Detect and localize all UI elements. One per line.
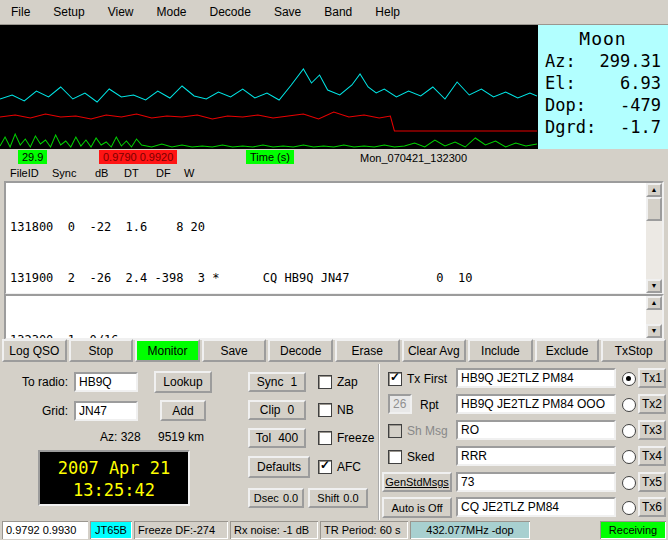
nb-checkbox[interactable]: NB — [318, 403, 354, 417]
shift-control[interactable]: Shift 0.0 — [308, 488, 368, 508]
menu-setup[interactable]: Setup — [50, 3, 87, 21]
tx3-message-input[interactable] — [456, 420, 616, 440]
tx1-radio[interactable] — [622, 372, 636, 386]
checkbox-icon — [318, 375, 332, 389]
grid-input[interactable] — [74, 401, 138, 421]
menu-help[interactable]: Help — [372, 3, 403, 21]
utc-clock: 2007 Apr 21 13:25:42 — [38, 450, 190, 506]
statusbar-spacer — [532, 521, 598, 539]
save-button[interactable]: Save — [202, 339, 267, 362]
tol-control[interactable]: Tol 400 — [248, 428, 306, 448]
freeze-checkbox[interactable]: Freeze — [318, 431, 374, 445]
tx5-button[interactable]: Tx5 — [638, 472, 666, 492]
moon-dgrd-value: -1.7 — [620, 117, 661, 137]
decode-line[interactable]: 131800 0 -22 1.6 8 20 — [10, 219, 642, 236]
control-panel: To radio: Lookup Grid: Add Az: 328 9519 … — [0, 364, 668, 520]
tx-first-label: Tx First — [407, 372, 447, 386]
tx5-message-input[interactable] — [456, 472, 616, 492]
tx4-message-input[interactable] — [456, 446, 616, 466]
add-button[interactable]: Add — [160, 400, 206, 421]
scroll-up-icon[interactable]: ▲ — [646, 296, 662, 310]
checkbox-icon — [388, 450, 402, 464]
tx5-radio[interactable] — [622, 476, 636, 490]
moon-dgrd-row: Dgrd: -1.7 — [538, 115, 668, 137]
defaults-button[interactable]: Defaults — [248, 456, 310, 478]
tx6-radio[interactable] — [622, 501, 636, 515]
exclude-button[interactable]: Exclude — [535, 339, 600, 362]
menu-file[interactable]: File — [8, 3, 33, 21]
average-scrollbar[interactable]: ▲ ▼ — [646, 296, 662, 338]
tx1-message-input[interactable] — [456, 368, 616, 388]
tx-first-checkbox[interactable]: Tx First — [388, 372, 447, 386]
include-button[interactable]: Include — [468, 339, 533, 362]
tx2-radio[interactable] — [622, 398, 636, 412]
sked-label: Sked — [407, 450, 434, 464]
command-button-row: Log QSO Stop Monitor Save Decode Erase C… — [2, 339, 666, 362]
menu-view[interactable]: View — [105, 3, 137, 21]
scroll-up-icon[interactable]: ▲ — [646, 183, 662, 197]
menu-decode[interactable]: Decode — [207, 3, 254, 21]
tx1-button[interactable]: Tx1 — [638, 368, 666, 388]
mode-indicator: JT65B — [90, 521, 132, 539]
moon-dop-value: -479 — [620, 95, 661, 115]
checkbox-icon — [318, 431, 332, 445]
freeze-label: Freeze — [337, 431, 374, 445]
zap-label: Zap — [337, 375, 358, 389]
average-line[interactable]: 132300 1 0/16 — [10, 332, 642, 338]
clock-time: 13:25:42 — [40, 480, 188, 500]
scrollbar-thumb[interactable] — [646, 197, 662, 221]
rx-noise-readout: Rx noise: -1 dB — [230, 521, 318, 539]
tx-message-group: Tx First Tx1 Rpt Tx2 Sh Msg Tx3 Sked — [378, 364, 668, 520]
tr-period-readout: TR Period: 60 s — [320, 521, 408, 539]
menu-save[interactable]: Save — [271, 3, 304, 21]
tx4-radio[interactable] — [622, 450, 636, 464]
tx2-button[interactable]: Tx2 — [638, 394, 666, 414]
average-lines: 132300 1 0/16 132300 2 2/15 CQ HB9Q JN47… — [6, 296, 646, 338]
txstop-button[interactable]: TxStop — [601, 339, 666, 362]
header-sync: Sync — [52, 167, 76, 179]
tx6-button[interactable]: Tx6 — [638, 497, 666, 517]
clip-control[interactable]: Clip 0 — [248, 400, 306, 420]
log-qso-button[interactable]: Log QSO — [2, 339, 67, 362]
moon-dop-row: Dop: -479 — [538, 93, 668, 115]
header-db: dB — [95, 167, 108, 179]
afc-checkbox[interactable]: AFC — [318, 460, 361, 474]
moon-title: Moon — [538, 25, 668, 49]
decode-line[interactable]: 131900 2 -26 2.4 -398 3 * CQ HB9Q JN47 0… — [10, 270, 642, 287]
tx3-button[interactable]: Tx3 — [638, 420, 666, 440]
clear-avg-button[interactable]: Clear Avg — [402, 339, 467, 362]
tx6-message-input[interactable] — [456, 497, 616, 517]
stop-button[interactable]: Stop — [69, 339, 134, 362]
scroll-down-icon[interactable]: ▼ — [646, 279, 662, 293]
tx3-radio[interactable] — [622, 424, 636, 438]
decode-scrollbar[interactable]: ▲ ▼ — [646, 183, 662, 293]
header-dt: DT — [124, 167, 139, 179]
sh-msg-checkbox[interactable]: Sh Msg — [388, 424, 448, 438]
wsjt-window: File Setup View Mode Decode Save Band He… — [0, 0, 668, 540]
signal-graph[interactable] — [0, 25, 537, 149]
monitor-button[interactable]: Monitor — [135, 339, 200, 362]
decode-button[interactable]: Decode — [268, 339, 333, 362]
tx2-message-input[interactable] — [456, 394, 616, 414]
checkbox-icon — [388, 424, 402, 438]
to-radio-input[interactable] — [74, 372, 138, 392]
sync-control[interactable]: Sync 1 — [248, 372, 306, 392]
menu-mode[interactable]: Mode — [154, 3, 190, 21]
auto-button[interactable]: Auto is Off — [382, 497, 452, 518]
decode-controls-group: Sync 1 Zap Clip 0 NB Tol 400 Freeze — [240, 364, 378, 520]
menu-band[interactable]: Band — [321, 3, 355, 21]
scroll-down-icon[interactable]: ▼ — [646, 324, 662, 338]
zap-checkbox[interactable]: Zap — [318, 375, 358, 389]
dsec-control[interactable]: Dsec 0.0 — [248, 488, 304, 508]
sked-checkbox[interactable]: Sked — [388, 450, 434, 464]
status-bar: 0.9792 0.9930 JT65B Freeze DF:-274 Rx no… — [0, 520, 668, 540]
header-df: DF — [156, 167, 171, 179]
red-trace — [0, 112, 537, 131]
rpt-label: Rpt — [420, 398, 439, 412]
cyan-trace — [0, 69, 537, 102]
gen-std-msgs-button[interactable]: GenStdMsgs — [382, 472, 452, 492]
tx4-button[interactable]: Tx4 — [638, 446, 666, 466]
lookup-button[interactable]: Lookup — [154, 371, 212, 393]
erase-button[interactable]: Erase — [335, 339, 400, 362]
rpt-input[interactable] — [388, 394, 412, 414]
